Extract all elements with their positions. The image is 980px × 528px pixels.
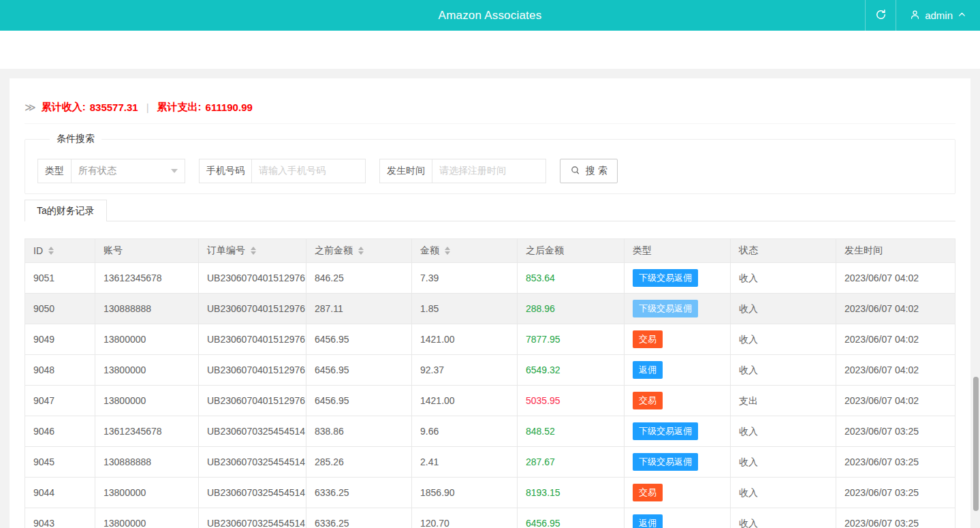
type-badge[interactable]: 下级交易返佣 xyxy=(633,453,698,471)
cell-before-amount: 285.26 xyxy=(306,447,412,478)
column-header[interactable]: 状态 xyxy=(731,239,836,263)
cell-time: 2023/06/07 03:25 xyxy=(836,478,955,508)
type-badge[interactable]: 下级交易返佣 xyxy=(633,269,698,287)
cell-order-no: UB2306070401512976 xyxy=(199,263,306,294)
type-badge[interactable]: 交易 xyxy=(633,392,663,409)
type-badge[interactable]: 返佣 xyxy=(633,514,663,528)
search-button[interactable]: 搜 索 xyxy=(560,159,618,183)
username: admin xyxy=(925,10,953,21)
cell-amount: 7.39 xyxy=(412,263,518,294)
cell-status: 收入 xyxy=(731,508,836,528)
cell-status: 收入 xyxy=(731,294,836,324)
type-select-value: 所有状态 xyxy=(78,165,116,177)
total-expense-value: 611190.99 xyxy=(206,102,253,113)
cell-time: 2023/06/07 04:02 xyxy=(836,355,955,386)
column-header[interactable]: 之前金额 xyxy=(306,239,412,263)
search-icon xyxy=(570,165,581,178)
cell-status: 收入 xyxy=(731,447,836,478)
cell-before-amount: 6456.95 xyxy=(306,386,412,416)
cell-before-amount: 6456.95 xyxy=(306,324,412,355)
type-filter-group: 类型 所有状态 xyxy=(37,159,185,183)
phone-placeholder: 请输入手机号码 xyxy=(259,165,326,177)
column-header[interactable]: 金额 xyxy=(412,239,518,263)
column-label: 之后金额 xyxy=(526,245,564,257)
cell-type: 交易 xyxy=(625,478,731,508)
table-row: 9047 13800000 UB2306070401512976 6456.95… xyxy=(25,386,955,416)
column-label: 发生时间 xyxy=(844,245,883,257)
totals-summary: ≫ 累计收入: 835577.31 | 累计支出: 611190.99 xyxy=(25,101,955,114)
type-badge[interactable]: 下级交易返佣 xyxy=(633,300,698,317)
cell-time: 2023/06/07 03:25 xyxy=(836,508,955,528)
records-table: ID 账号 订单编号 之前金额 金额 之后金额 类型 xyxy=(25,238,955,528)
sort-icon[interactable] xyxy=(358,247,364,255)
type-badge[interactable]: 交易 xyxy=(633,484,663,501)
refresh-button[interactable] xyxy=(865,0,896,31)
refresh-icon xyxy=(875,9,887,22)
column-label: 金额 xyxy=(420,245,439,257)
content-card: ≫ 累计收入: 835577.31 | 累计支出: 611190.99 条件搜索… xyxy=(10,78,970,528)
cell-time: 2023/06/07 03:25 xyxy=(836,447,955,478)
cell-amount: 1421.00 xyxy=(412,386,518,416)
app-title: Amazon Associates xyxy=(0,9,980,22)
table-row: 9046 13612345678 UB2306070325454514 838.… xyxy=(25,416,955,447)
search-button-label: 搜 索 xyxy=(586,165,607,177)
user-menu[interactable]: admin xyxy=(896,0,980,31)
cell-account: 13800000 xyxy=(95,478,199,508)
column-header[interactable]: 订单编号 xyxy=(199,239,306,263)
cell-status: 收入 xyxy=(731,478,836,508)
cell-id: 9049 xyxy=(25,324,95,355)
search-fieldset: 条件搜索 类型 所有状态 手机号码 请输入手机号码 发生时间 xyxy=(25,133,955,194)
column-label: 类型 xyxy=(633,245,652,257)
cell-after-amount: 6456.95 xyxy=(518,508,625,528)
table-row: 9051 13612345678 UB2306070401512976 846.… xyxy=(25,263,955,294)
table-row: 9048 13800000 UB2306070401512976 6456.95… xyxy=(25,355,955,386)
column-header[interactable]: ID xyxy=(25,239,95,263)
column-header[interactable]: 发生时间 xyxy=(836,239,955,263)
cell-type: 返佣 xyxy=(625,508,731,528)
cell-status: 收入 xyxy=(731,355,836,386)
phone-input[interactable]: 请输入手机号码 xyxy=(251,159,366,183)
column-header[interactable]: 账号 xyxy=(95,239,199,263)
sort-icon[interactable] xyxy=(251,247,256,255)
scrollbar-thumb[interactable] xyxy=(973,377,979,511)
cell-type: 交易 xyxy=(625,324,731,355)
cell-type: 下级交易返佣 xyxy=(625,416,731,447)
cell-amount: 120.70 xyxy=(412,508,518,528)
cell-account: 13800000 xyxy=(95,355,199,386)
cell-after-amount: 7877.95 xyxy=(518,324,625,355)
type-badge[interactable]: 下级交易返佣 xyxy=(633,422,698,440)
column-header[interactable]: 之后金额 xyxy=(518,239,625,263)
type-label: 类型 xyxy=(37,159,72,183)
sort-icon[interactable] xyxy=(445,247,450,255)
cell-before-amount: 6336.25 xyxy=(306,508,412,528)
column-label: 状态 xyxy=(739,245,758,257)
cell-type: 下级交易返佣 xyxy=(625,447,731,478)
column-header[interactable]: 类型 xyxy=(625,239,731,263)
type-badge[interactable]: 交易 xyxy=(633,330,663,348)
phone-filter-group: 手机号码 请输入手机号码 xyxy=(199,159,366,183)
table-header-row: ID 账号 订单编号 之前金额 金额 之后金额 类型 xyxy=(25,239,955,263)
search-legend: 条件搜索 xyxy=(50,133,101,145)
cell-status: 收入 xyxy=(731,416,836,447)
cell-after-amount: 853.64 xyxy=(518,263,625,294)
cell-order-no: UB2306070325454514 xyxy=(199,447,306,478)
sort-icon[interactable] xyxy=(48,247,54,255)
type-badge[interactable]: 返佣 xyxy=(633,361,663,379)
type-select[interactable]: 所有状态 xyxy=(71,159,185,183)
cell-status: 收入 xyxy=(731,324,836,355)
summary-separator: | xyxy=(138,102,157,113)
cell-id: 9048 xyxy=(25,355,95,386)
cell-type: 返佣 xyxy=(625,355,731,386)
column-label: ID xyxy=(33,245,43,256)
total-income-value: 835577.31 xyxy=(90,102,138,113)
phone-label: 手机号码 xyxy=(199,159,252,183)
cell-before-amount: 287.11 xyxy=(306,294,412,324)
table-row: 9045 130888888 UB2306070325454514 285.26… xyxy=(25,447,955,478)
tab-financial-records[interactable]: Ta的财务记录 xyxy=(25,200,107,221)
time-input[interactable]: 请选择注册时间 xyxy=(432,159,546,183)
cell-type: 下级交易返佣 xyxy=(625,294,731,324)
total-income-label: 累计收入: xyxy=(42,101,86,114)
cell-order-no: UB2306070401512976 xyxy=(199,294,306,324)
cell-account: 13800000 xyxy=(95,386,199,416)
cell-order-no: UB2306070325454514 xyxy=(199,508,306,528)
